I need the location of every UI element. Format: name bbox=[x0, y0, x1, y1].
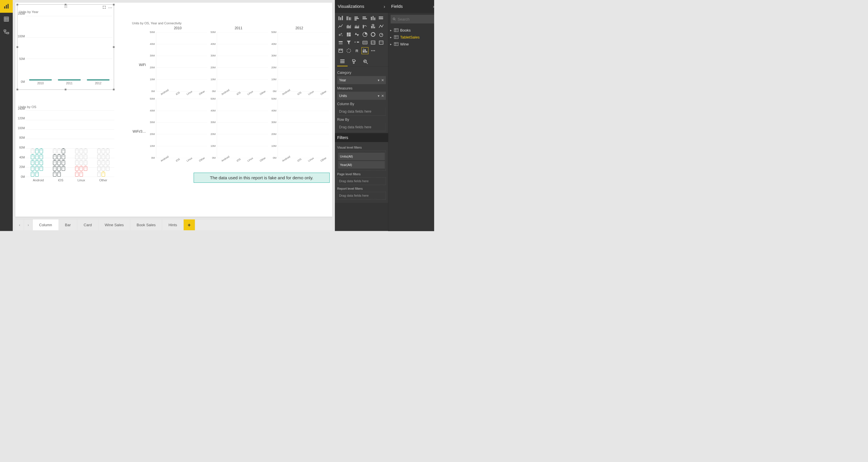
svg-rect-18 bbox=[354, 18, 359, 19]
svg-rect-43 bbox=[347, 35, 348, 36]
field-table-tabletsales[interactable]: ▸TabletSales bbox=[390, 34, 434, 40]
viz-type-button[interactable] bbox=[362, 15, 368, 22]
viz-type-button[interactable]: R bbox=[353, 47, 360, 54]
tile-title: Units by OS, Year and Connectivity bbox=[131, 22, 329, 25]
tab-card[interactable]: Card bbox=[77, 220, 98, 231]
viz-type-button[interactable] bbox=[378, 23, 385, 30]
filter-item[interactable]: Year(All) bbox=[338, 161, 385, 169]
svg-rect-67 bbox=[364, 49, 366, 53]
collapse-pane-icon[interactable]: › bbox=[383, 3, 385, 9]
nav-report-icon[interactable] bbox=[0, 0, 13, 13]
viz-type-button[interactable] bbox=[362, 31, 368, 38]
filter-item[interactable]: Units(All) bbox=[338, 153, 385, 160]
svg-point-38 bbox=[341, 33, 342, 34]
tab-hints[interactable]: Hints bbox=[162, 220, 184, 231]
tile-units-by-year[interactable]: ≡ ⋯ Units by Year 0M50M100M150M 20102011… bbox=[17, 4, 114, 90]
viz-type-button[interactable] bbox=[370, 15, 376, 22]
tab-column[interactable]: Column bbox=[33, 220, 59, 231]
pane-title: Visualizations bbox=[338, 4, 364, 9]
page-tabs: ‹ › ColumnBarCardWine SalesBook SalesHin… bbox=[16, 219, 332, 230]
viz-type-button[interactable] bbox=[362, 47, 368, 54]
viz-type-button[interactable] bbox=[370, 47, 376, 54]
svg-line-79 bbox=[395, 20, 396, 20]
filter-label-visual: Visual level filters bbox=[337, 146, 386, 149]
svg-rect-42 bbox=[349, 34, 351, 36]
remove-field-icon[interactable]: ✕ bbox=[381, 94, 384, 98]
viz-type-button[interactable] bbox=[345, 31, 352, 38]
viz-type-button[interactable] bbox=[345, 23, 352, 30]
format-tab-icon[interactable] bbox=[349, 57, 359, 66]
field-table-books[interactable]: ▸Books bbox=[390, 27, 434, 34]
well-rowby-drop[interactable]: Drag data fields here bbox=[337, 123, 386, 131]
tab-add-button[interactable]: + bbox=[184, 220, 195, 231]
viz-type-button[interactable] bbox=[378, 39, 385, 46]
viz-type-button[interactable] bbox=[337, 39, 344, 46]
well-category[interactable]: Year▾✕ bbox=[337, 76, 386, 84]
viz-type-button[interactable] bbox=[378, 15, 385, 22]
viz-type-button[interactable] bbox=[362, 39, 368, 46]
svg-point-36 bbox=[381, 26, 382, 27]
report-canvas[interactable]: ≡ ⋯ Units by Year 0M50M100M150M 20102011… bbox=[16, 3, 332, 216]
svg-rect-49 bbox=[339, 41, 342, 42]
expand-icon[interactable]: ▸ bbox=[390, 28, 393, 32]
viz-type-button[interactable] bbox=[362, 23, 368, 30]
viz-type-button[interactable] bbox=[337, 47, 344, 54]
svg-rect-21 bbox=[363, 17, 365, 18]
viz-type-button[interactable] bbox=[353, 39, 360, 46]
more-options-icon[interactable]: ⋯ bbox=[108, 5, 112, 10]
svg-rect-2 bbox=[7, 4, 8, 9]
viz-type-button[interactable] bbox=[353, 31, 360, 38]
viz-type-button[interactable] bbox=[370, 23, 376, 30]
viz-type-button[interactable] bbox=[353, 15, 360, 22]
filter-page-drop[interactable]: Drag data fields here bbox=[337, 178, 386, 185]
chevron-down-icon[interactable]: ▾ bbox=[378, 78, 379, 82]
viz-type-button[interactable] bbox=[337, 15, 344, 22]
svg-rect-16 bbox=[350, 18, 351, 20]
well-measures[interactable]: Units▾✕ bbox=[337, 92, 386, 100]
nav-data-icon[interactable] bbox=[0, 13, 13, 26]
expand-icon[interactable]: ▸ bbox=[390, 42, 393, 46]
search-input[interactable] bbox=[398, 17, 433, 22]
tab-book-sales[interactable]: Book Sales bbox=[130, 220, 162, 231]
tile-title: Units by OS bbox=[17, 104, 116, 109]
svg-rect-45 bbox=[358, 34, 358, 36]
focus-mode-icon[interactable] bbox=[102, 5, 106, 10]
filter-report-drop[interactable]: Drag data fields here bbox=[337, 192, 386, 200]
viz-type-button[interactable] bbox=[378, 31, 385, 38]
well-label-rowby: Row By bbox=[337, 118, 386, 122]
remove-field-icon[interactable]: ✕ bbox=[381, 78, 384, 82]
viz-type-button[interactable] bbox=[337, 31, 344, 38]
tile-small-multiples[interactable]: Units by OS, Year and Connectivity 20102… bbox=[131, 22, 329, 166]
viz-type-button[interactable] bbox=[345, 47, 352, 54]
svg-rect-12 bbox=[342, 16, 343, 20]
analytics-tab-icon[interactable] bbox=[360, 57, 371, 66]
fields-tab-icon[interactable] bbox=[337, 57, 348, 66]
svg-rect-10 bbox=[339, 16, 340, 20]
tab-next-icon[interactable]: › bbox=[24, 220, 33, 231]
viz-type-button[interactable] bbox=[353, 23, 360, 30]
svg-rect-40 bbox=[347, 32, 348, 35]
viz-type-button[interactable] bbox=[345, 39, 352, 46]
field-table-wine[interactable]: ▸Wine bbox=[390, 40, 434, 48]
expand-icon[interactable]: ▸ bbox=[390, 35, 393, 39]
tab-bar[interactable]: Bar bbox=[59, 220, 77, 231]
svg-rect-9 bbox=[7, 32, 9, 34]
viz-type-button[interactable] bbox=[370, 31, 376, 38]
collapse-pane-icon[interactable]: › bbox=[433, 3, 434, 9]
fields-search[interactable] bbox=[391, 15, 434, 24]
viz-type-button[interactable] bbox=[345, 15, 352, 22]
viz-type-button[interactable] bbox=[337, 23, 344, 30]
viz-type-button[interactable]: 123 bbox=[370, 39, 376, 46]
tab-prev-icon[interactable]: ‹ bbox=[16, 220, 24, 231]
canvas-area: ≡ ⋯ Units by Year 0M50M100M150M 20102011… bbox=[13, 0, 335, 231]
svg-point-37 bbox=[339, 34, 341, 36]
drag-grip-icon[interactable]: ≡ bbox=[63, 6, 68, 7]
well-columnby-drop[interactable]: Drag data fields here bbox=[337, 108, 386, 116]
svg-rect-44 bbox=[355, 33, 356, 34]
svg-rect-11 bbox=[340, 18, 341, 20]
nav-model-icon[interactable] bbox=[0, 26, 13, 38]
tab-wine-sales[interactable]: Wine Sales bbox=[98, 220, 130, 231]
chevron-down-icon[interactable]: ▾ bbox=[378, 94, 379, 98]
svg-rect-13 bbox=[347, 16, 348, 20]
tile-units-by-os[interactable]: Units by OS 0M20M40M60M80M100M120M140M A… bbox=[17, 104, 116, 185]
